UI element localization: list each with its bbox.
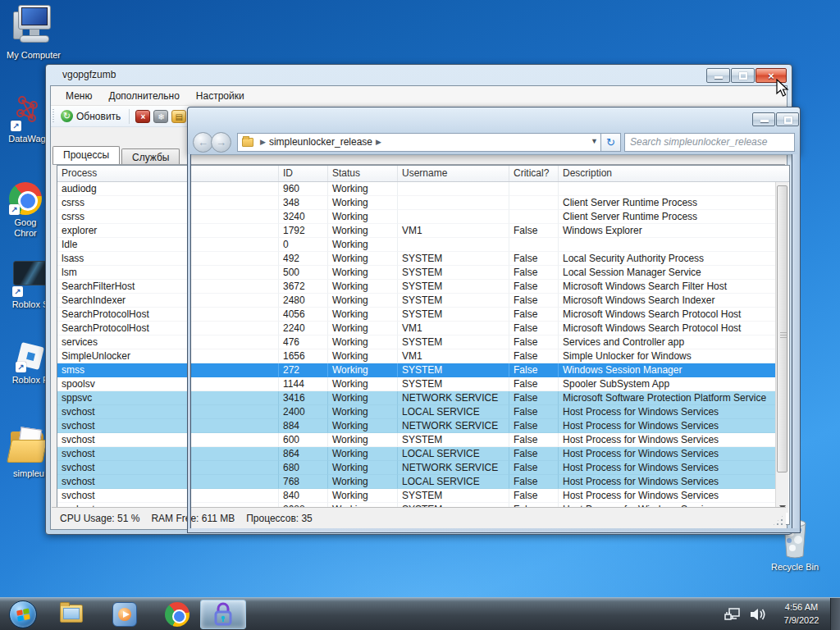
table-row[interactable]: svchost768WorkingLOCAL SERVICEFalseHost …	[57, 475, 778, 489]
table-row[interactable]: svchost680WorkingNETWORK SERVICEFalseHos…	[57, 461, 778, 475]
shortcut-arrow-icon: ↗	[12, 286, 23, 297]
address-field[interactable]: ▶ simpleunlocker_release ▶ ▼	[237, 133, 601, 152]
explorer-maximize-button[interactable]	[776, 112, 799, 126]
table-row[interactable]: svchost884WorkingNETWORK SERVICEFalseHos…	[57, 419, 778, 433]
table-cell: SearchProtocolHost	[57, 322, 279, 336]
table-row[interactable]: SearchProtocolHost4056WorkingSYSTEMFalse…	[57, 308, 778, 322]
column-header[interactable]: Username	[398, 166, 509, 181]
show-desktop-button[interactable]	[830, 598, 840, 630]
address-dropdown-icon[interactable]: ▼	[591, 137, 598, 145]
table-cell: Host Process for Windows Services	[559, 447, 778, 461]
suspend-process-button[interactable]: ❄	[153, 110, 168, 123]
maximize-button[interactable]	[731, 68, 755, 83]
shortcut-arrow-icon: ↗	[11, 121, 21, 131]
table-row[interactable]: Idle0Working	[57, 238, 778, 252]
taskbar-chrome-button[interactable]	[156, 600, 199, 629]
table-row[interactable]: audiodg960Working	[57, 182, 778, 196]
table-row[interactable]: svchost2400WorkingLOCAL SERVICEFalseHost…	[57, 405, 778, 419]
table-row[interactable]: lsm500WorkingSYSTEMFalseLocal Session Ma…	[57, 266, 778, 280]
mouse-cursor	[776, 79, 791, 101]
explorer-minimize-button[interactable]	[752, 112, 775, 126]
taskbar-simpleunlocker-button[interactable]	[200, 600, 246, 629]
table-cell	[398, 210, 509, 224]
table-cell	[559, 182, 778, 196]
table-cell: Host Process for Windows Services	[559, 433, 778, 447]
table-cell: VM1	[398, 322, 509, 336]
desktop-icon-my-computer[interactable]: My Computer	[2, 5, 66, 61]
vertical-scrollbar[interactable]	[775, 182, 788, 513]
tab-Службы[interactable]: Службы	[121, 148, 180, 164]
table-cell: 680	[279, 461, 328, 475]
minimize-button[interactable]	[706, 68, 730, 83]
folder-icon	[9, 428, 48, 466]
column-header[interactable]: Description	[559, 166, 778, 181]
table-cell: Spooler SubSystem App	[559, 377, 778, 391]
start-button[interactable]	[2, 600, 44, 629]
breadcrumb-arrow-icon: ▶	[372, 138, 385, 146]
column-header[interactable]: Process	[57, 166, 279, 181]
table-row[interactable]: svchost840WorkingSYSTEMFalseHost Process…	[57, 489, 778, 503]
table-cell: Host Process for Windows Services	[559, 419, 778, 433]
menu-item[interactable]: Меню	[57, 88, 100, 104]
forward-button[interactable]: →	[211, 132, 231, 153]
table-row[interactable]: smss272WorkingSYSTEMFalseWindows Session…	[57, 363, 778, 377]
table-row[interactable]: svchost600WorkingSYSTEMFalseHost Process…	[57, 433, 778, 447]
table-cell: False	[509, 405, 559, 419]
explorer-address-bar: ← → ▶ simpleunlocker_release ▶ ▼ ↻	[193, 131, 795, 153]
process-table-rows: audiodg960Workingcsrss348WorkingClient S…	[57, 182, 778, 513]
title-bar[interactable]: vgopgfzumb ×	[46, 65, 792, 85]
table-cell: False	[509, 252, 559, 266]
table-cell: NETWORK SERVICE	[398, 391, 509, 405]
scrollbar-thumb[interactable]	[777, 185, 788, 472]
taskbar-explorer-button[interactable]	[51, 600, 94, 629]
table-cell: Host Process for Windows Services	[559, 489, 778, 503]
table-cell	[509, 210, 559, 224]
table-cell: 3240	[279, 210, 328, 224]
open-folder-button[interactable]: ▤	[171, 110, 186, 123]
column-header[interactable]: ID	[279, 166, 328, 181]
table-cell: services	[57, 336, 279, 349]
table-cell: Working	[328, 475, 398, 489]
table-row[interactable]: SearchProtocolHost2240WorkingVM1FalseMic…	[57, 322, 778, 336]
taskbar-media-player-button[interactable]	[103, 600, 146, 629]
table-cell: False	[509, 266, 559, 280]
table-row[interactable]: SearchFilterHost3672WorkingSYSTEMFalseMi…	[57, 280, 778, 294]
table-header[interactable]: ProcessIDStatusUsernameCritical?Descript…	[57, 166, 789, 182]
network-icon[interactable]	[724, 607, 741, 622]
table-row[interactable]: SimpleUnlocker1656WorkingVM1FalseSimple …	[57, 349, 778, 363]
menu-item[interactable]: Дополнительно	[100, 88, 187, 104]
table-row[interactable]: explorer1792WorkingVM1FalseWindows Explo…	[57, 224, 778, 238]
table-cell: SYSTEM	[398, 336, 509, 349]
search-input[interactable]	[625, 134, 794, 151]
windows-start-icon	[9, 600, 37, 628]
table-row[interactable]: services476WorkingSYSTEMFalseServices an…	[57, 336, 778, 349]
search-box[interactable]	[624, 133, 795, 152]
tab-Процессы[interactable]: Процессы	[52, 146, 120, 164]
column-header[interactable]: Critical?	[509, 166, 559, 181]
table-cell: SearchFilterHost	[57, 280, 279, 294]
table-row[interactable]: csrss3240WorkingClient Server Runtime Pr…	[57, 210, 778, 224]
refresh-button[interactable]: ↻ Обновить	[57, 108, 125, 124]
table-row[interactable]: lsass492WorkingSYSTEMFalseLocal Security…	[57, 252, 778, 266]
table-cell: 768	[279, 475, 328, 489]
table-cell	[559, 238, 778, 252]
table-row[interactable]: SearchIndexer2480WorkingSYSTEMFalseMicro…	[57, 294, 778, 308]
breadcrumb[interactable]: simpleunlocker_release	[269, 136, 372, 148]
column-header[interactable]: Status	[328, 166, 398, 181]
volume-icon[interactable]	[749, 607, 767, 622]
taskbar-clock[interactable]: 4:56 AM 7/9/2022	[774, 600, 829, 627]
table-row[interactable]: sppsvc3416WorkingNETWORK SERVICEFalseMic…	[57, 391, 778, 405]
explorer-title-bar[interactable]: ← → ▶ simpleunlocker_release ▶ ▼ ↻	[187, 107, 801, 155]
table-cell: Client Server Runtime Process	[559, 210, 778, 224]
table-row[interactable]: svchost864WorkingLOCAL SERVICEFalseHost …	[57, 447, 778, 461]
table-cell: Simple Unlocker for Windows	[559, 349, 778, 363]
explorer-refresh-button[interactable]: ↻	[601, 133, 621, 152]
table-row[interactable]: spoolsv1144WorkingSYSTEMFalseSpooler Sub…	[57, 377, 778, 391]
menu-item[interactable]: Настройки	[188, 88, 253, 104]
table-cell: 492	[279, 252, 328, 266]
table-row[interactable]: csrss348WorkingClient Server Runtime Pro…	[57, 196, 778, 210]
kill-process-button[interactable]: ×	[135, 110, 150, 123]
clock-time: 4:56 AM	[774, 600, 829, 614]
table-cell: 600	[279, 433, 328, 447]
table-cell: Working	[328, 419, 398, 433]
